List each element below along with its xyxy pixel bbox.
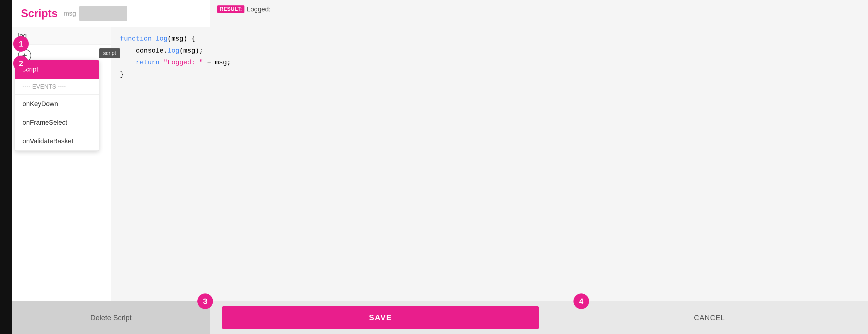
step-3-indicator: 3 [197,294,213,309]
bottom-bar: 3 4 5 Delete Script SAVE CANCEL [12,301,868,334]
code-line-4: } [120,69,859,81]
step-2-indicator: 2 [13,56,29,71]
cancel-button[interactable]: CANCEL [551,301,868,334]
delete-script-button[interactable]: Delete Script [12,301,210,334]
result-text: Logged: [247,5,271,13]
body-area: 1 log 2 + script ---- EVENTS ---- [12,27,868,301]
param-input[interactable] [79,6,127,21]
save-button[interactable]: SAVE [222,306,539,329]
result-area: RESULT: Logged: [210,0,868,27]
dropdown-menu: script ---- EVENTS ---- onKeyDown onFram… [15,60,99,151]
result-badge: RESULT: [217,5,244,13]
header: Scripts msg RESULT: Logged: [12,0,868,27]
code-line-2: console.log(msg); [120,45,859,57]
dropdown-item-onkeydown[interactable]: onKeyDown [15,94,99,113]
step-4-indicator: 4 [574,294,589,309]
dropdown-item-onframeselect[interactable]: onFrameSelect [15,113,99,132]
page-title: Scripts [21,7,58,20]
left-sidebar [0,0,12,334]
dropdown-divider: ---- EVENTS ---- [15,79,99,94]
code-line-1: function log(msg) { [120,33,859,45]
code-editor[interactable]: function log(msg) { console.log(msg); re… [111,27,868,301]
main-content: Scripts msg RESULT: Logged: 1 log 2 [12,0,868,334]
header-input-area: msg [64,6,127,21]
param-label: msg [64,9,76,18]
script-list-panel: 1 log 2 + script ---- EVENTS ---- [12,27,111,301]
step-1-indicator: 1 [13,36,29,52]
dropdown-item-onvalidatebasket[interactable]: onValidateBasket [15,132,99,150]
code-line-3: return "Logged: " + msg; [120,57,859,69]
